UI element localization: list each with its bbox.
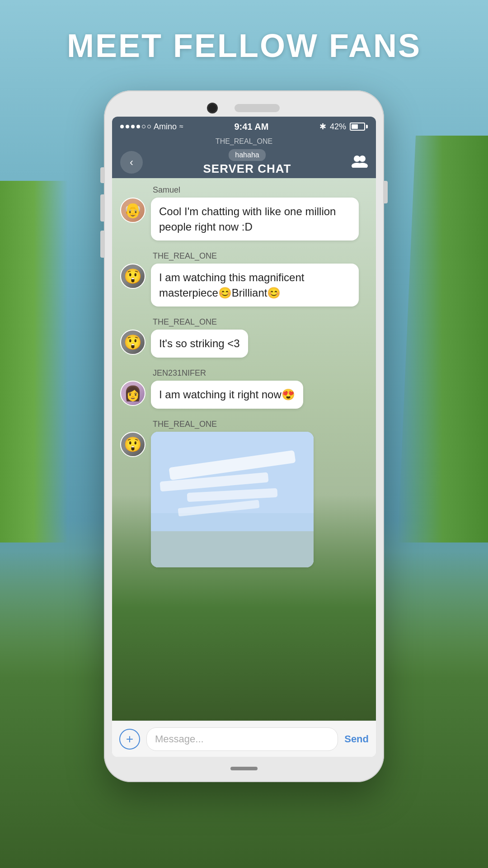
message-text-4: I am watching it right now😍 [159, 388, 295, 401]
header-title: SERVER CHAT [203, 162, 291, 176]
message-bubble-2: I am watching this magnificent masterpie… [151, 264, 359, 307]
header-subtitle: hahaha [229, 149, 265, 161]
avatar-samuel-image: 👴 [124, 202, 142, 219]
header-title-area: hahaha SERVER CHAT [203, 149, 291, 176]
sender-name-samuel: Samuel [153, 185, 368, 195]
battery-body [350, 123, 365, 131]
chat-body: Samuel 👴 Cool I'm chatting with like one… [112, 178, 376, 721]
chat-header: ‹ hahaha SERVER CHAT [112, 146, 376, 178]
page-title: MEET FELLOW FANS [0, 27, 488, 64]
svg-point-0 [354, 156, 360, 162]
battery-icon [350, 123, 368, 131]
user-handle-bar: THE_REAL_ONE [112, 137, 376, 146]
signal-dot-6 [147, 125, 151, 128]
avatar-thereal-image-2: 😲 [124, 334, 142, 351]
avatar-thereal-image-3: 😲 [124, 436, 142, 453]
message-row-4: 👩 I am watching it right now😍 [120, 381, 368, 409]
wifi-icon: ≈ [179, 123, 183, 131]
sender-name-thereal-3: THE_REAL_ONE [153, 420, 368, 429]
status-left: Amino ≈ [120, 122, 183, 132]
message-group-samuel: Samuel 👴 Cool I'm chatting with like one… [120, 185, 368, 241]
group-members-icon[interactable] [352, 154, 368, 171]
message-row-2: 😲 I am watching this magnificent masterp… [120, 264, 368, 307]
signal-dots [120, 125, 151, 128]
input-bar: + Message... Send [112, 721, 376, 757]
sender-name-jen: JEN231NIFER [153, 368, 368, 378]
sender-name-thereal-2: THE_REAL_ONE [153, 317, 368, 327]
add-attachment-button[interactable]: + [119, 729, 140, 750]
send-button[interactable]: Send [344, 733, 369, 745]
avatar-samuel: 👴 [120, 198, 145, 223]
message-bubble-1: Cool I'm chatting with like one million … [151, 198, 359, 241]
battery-tip [366, 125, 368, 128]
signal-dot-1 [120, 125, 124, 128]
message-group-jen: JEN231NIFER 👩 I am watching it right now… [120, 368, 368, 409]
messages-list: Samuel 👴 Cool I'm chatting with like one… [120, 185, 368, 567]
avatar-jen: 👩 [120, 381, 145, 406]
front-camera [208, 104, 216, 112]
avatar-thereal-2: 😲 [120, 330, 145, 355]
status-bar: Amino ≈ 9:41 AM ✱ 42% [112, 117, 376, 137]
signal-dot-4 [136, 125, 140, 128]
volume-down-button [100, 231, 104, 258]
signal-dot-5 [142, 125, 145, 128]
message-row-3: 😲 It's so striking <3 [120, 330, 368, 358]
avatar-thereal-image-1: 😲 [124, 268, 142, 285]
avatar-thereal-1: 😲 [120, 264, 145, 289]
avatar-thereal-3: 😲 [120, 432, 145, 457]
message-group-thereal-3: THE_REAL_ONE 😲 [120, 420, 368, 567]
status-right: ✱ 42% [319, 122, 368, 132]
home-indicator [230, 767, 258, 770]
message-bubble-3: It's so striking <3 [151, 330, 248, 358]
carrier-name: Amino [154, 122, 177, 132]
message-input[interactable]: Message... [146, 727, 338, 751]
message-bubble-4: I am watching it right now😍 [151, 381, 303, 409]
earpiece-speaker [235, 104, 280, 112]
svg-point-1 [359, 156, 366, 162]
svg-rect-10 [151, 531, 314, 567]
power-button [384, 181, 388, 203]
phone-screen: Amino ≈ 9:41 AM ✱ 42% THE_REAL_ONE [112, 117, 376, 757]
volume-up-button [100, 194, 104, 222]
signal-dot-3 [131, 125, 135, 128]
message-text-1: Cool I'm chatting with like one million … [159, 205, 336, 233]
phone-outer-shell: Amino ≈ 9:41 AM ✱ 42% THE_REAL_ONE [104, 90, 384, 782]
phone-mockup: Amino ≈ 9:41 AM ✱ 42% THE_REAL_ONE [104, 90, 384, 782]
silent-switch [100, 167, 104, 183]
signal-dot-2 [126, 125, 129, 128]
message-bubble-image[interactable] [151, 432, 314, 567]
battery-fill [352, 124, 358, 129]
message-group-thereal-1: THE_REAL_ONE 😲 I am watching this magnif… [120, 251, 368, 307]
message-text-2: I am watching this magnificent masterpie… [159, 271, 304, 299]
back-chevron-icon: ‹ [130, 156, 133, 169]
message-row-1: 👴 Cool I'm chatting with like one millio… [120, 198, 368, 241]
avatar-jen-image: 👩 [124, 385, 142, 402]
message-image [151, 432, 314, 567]
message-group-thereal-2: THE_REAL_ONE 😲 It's so striking <3 [120, 317, 368, 358]
input-placeholder: Message... [155, 733, 204, 745]
message-text-3: It's so striking <3 [159, 337, 240, 349]
status-time: 9:41 AM [234, 122, 268, 132]
bluetooth-icon: ✱ [319, 122, 326, 132]
phone-bottom-bar [112, 757, 376, 774]
phone-top-bar [112, 99, 376, 117]
back-button[interactable]: ‹ [120, 151, 143, 174]
battery-percentage: 42% [330, 122, 346, 132]
sender-name-thereal-1: THE_REAL_ONE [153, 251, 368, 261]
background-blocks-left [0, 181, 68, 542]
plus-icon: + [126, 732, 133, 746]
message-row-5: 😲 [120, 432, 368, 567]
